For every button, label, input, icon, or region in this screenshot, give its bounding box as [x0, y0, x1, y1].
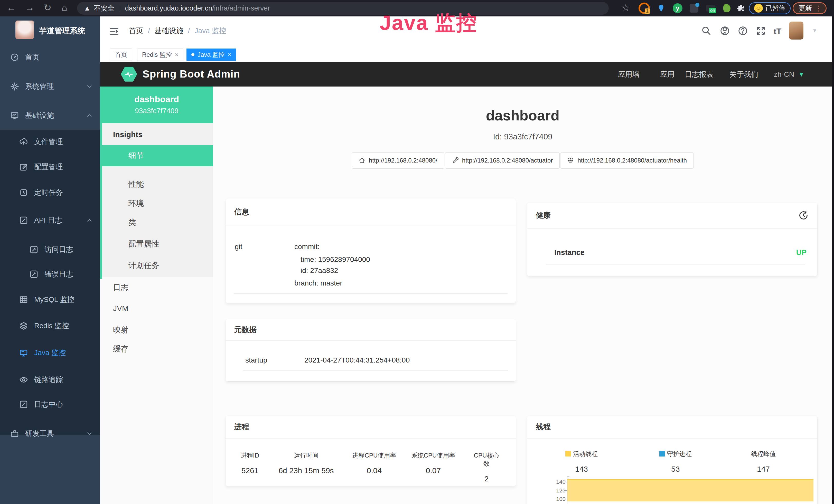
font-size-icon[interactable]: tT	[774, 27, 781, 36]
active-dot	[191, 53, 194, 56]
hamburger-icon[interactable]	[109, 26, 119, 37]
sidebar-item-scheduled-jobs[interactable]: 定时任务	[0, 184, 100, 202]
sba-menu-logs[interactable]: 日志	[100, 278, 213, 297]
live-threads-stat: 活动线程 143	[565, 450, 598, 474]
sidebar-item-config-management[interactable]: 配置管理	[0, 158, 100, 176]
card-title: 信息	[225, 199, 516, 225]
help-icon[interactable]	[738, 26, 748, 36]
menu-label: 配置属性	[128, 239, 159, 249]
sidebar-item-label: 研发工具	[25, 429, 54, 438]
tab-redis-monitor[interactable]: Redis 监控 ×	[137, 48, 183, 61]
chevron-down-icon	[86, 83, 93, 90]
extension-leaf-icon[interactable]	[721, 3, 732, 14]
nav-label: 关于我们	[729, 70, 758, 79]
sba-logo-icon[interactable]	[121, 66, 137, 83]
chevron-up-icon	[86, 217, 93, 224]
cpu-cores: CPU核心数2	[472, 451, 501, 483]
sidebar-item-error-logs[interactable]: 错误日志	[0, 265, 100, 283]
sidebar-item-dev-tools[interactable]: 研发工具	[0, 425, 100, 443]
sba-header: Spring Boot Admin 应用墙 应用 日志报表 关于我们 zh-CN…	[100, 62, 834, 87]
breadcrumb-home[interactable]: 首页	[129, 26, 143, 36]
log-edit-icon	[19, 400, 28, 409]
axis-cap	[567, 477, 569, 477]
process-card: 进程 进程ID5261 运行时间6d 23h 15m 59s 进程CPU使用率0…	[225, 416, 516, 486]
fullscreen-icon[interactable]	[756, 26, 766, 36]
sidebar-item-api-logs[interactable]: API 日志	[0, 211, 100, 229]
sba-brand[interactable]: Spring Boot Admin	[142, 68, 240, 80]
browser-back-icon[interactable]: ←	[7, 2, 16, 13]
extension-grid-icon[interactable]	[688, 3, 700, 14]
extension-on-icon[interactable]: on	[705, 3, 716, 14]
sba-locale-select[interactable]: zh-CN ▼	[774, 62, 805, 87]
sba-menu-config-props[interactable]: 配置属性	[100, 234, 213, 253]
app-title: 芋道管理系统	[39, 26, 85, 36]
sba-menu-environment[interactable]: 环境	[100, 194, 213, 213]
sba-menu-metrics[interactable]: 性能	[100, 175, 213, 194]
sidebar-item-label: API 日志	[34, 215, 62, 225]
sidebar-item-infrastructure[interactable]: 基础设施	[0, 107, 100, 124]
edit-icon	[19, 162, 28, 171]
tab-java-monitor[interactable]: Java 监控 ×	[186, 48, 236, 61]
sba-menu-mappings[interactable]: 映射	[100, 320, 213, 339]
sba-nav-applications[interactable]: 应用	[660, 62, 675, 87]
caret-down-icon[interactable]: ▼	[812, 28, 817, 33]
dashboard-icon	[10, 53, 19, 62]
close-icon[interactable]: ×	[227, 51, 231, 58]
management-url-button[interactable]: http://192.168.0.2:48080/actuator	[445, 152, 560, 169]
sidebar-item-java-monitor[interactable]: Java 监控	[0, 344, 100, 362]
home-icon	[358, 157, 365, 164]
sba-menu-scheduled-tasks[interactable]: 计划任务	[100, 256, 213, 275]
paused-label: 已暂停	[765, 4, 786, 13]
sba-instance-header[interactable]: dashboard 93a3fc7f7409	[100, 87, 213, 123]
search-icon[interactable]	[701, 26, 711, 36]
tab-home[interactable]: 首页	[110, 48, 132, 61]
sba-nav-about[interactable]: 关于我们	[729, 62, 758, 87]
browser-reload-icon[interactable]: ↻	[44, 2, 51, 13]
user-avatar[interactable]	[789, 22, 804, 40]
info-commit-id: id: 27aa832	[301, 267, 338, 275]
sidebar-item-redis-monitor[interactable]: Redis 监控	[0, 317, 100, 335]
address-bar[interactable]: ▲ 不安全 dashboard.yudao.iocoder.cn/infra/a…	[77, 2, 609, 15]
extension-y-icon[interactable]: y	[672, 3, 683, 14]
sidebar-item-access-logs[interactable]: 访问日志	[0, 240, 100, 258]
profile-paused-badge[interactable]: ☺ 已暂停	[749, 2, 791, 14]
service-url-button[interactable]: http://192.168.0.2:48080/	[352, 152, 444, 169]
management-url: http://192.168.0.2:48080/actuator	[462, 157, 553, 164]
sidebar-item-file-management[interactable]: 文件管理	[0, 133, 100, 151]
instance-name: dashboard	[100, 94, 213, 104]
url-host: dashboard.yudao.iocoder.cn	[125, 4, 212, 12]
info-commit: commit:	[294, 243, 320, 251]
sidebar-item-tracing[interactable]: 链路追踪	[0, 371, 100, 389]
sidebar-item-home[interactable]: 首页	[0, 48, 100, 66]
breadcrumb-infrastructure[interactable]: 基础设施	[155, 26, 183, 36]
extension-pin-icon[interactable]	[656, 3, 667, 14]
instance-links: http://192.168.0.2:48080/ http://192.168…	[213, 152, 832, 169]
bookmark-star-icon[interactable]: ☆	[621, 2, 630, 13]
sidebar-item-label: 系统管理	[25, 82, 54, 91]
browser-update-button[interactable]: 更新 ⋮	[793, 2, 827, 14]
legend-blue-swatch	[659, 451, 665, 457]
sidebar-item-label: 配置管理	[34, 162, 63, 172]
sidebar-item-log-center[interactable]: 日志中心	[0, 395, 100, 413]
sba-menu-caches[interactable]: 缓存	[100, 339, 213, 359]
history-icon[interactable]	[798, 210, 809, 221]
sba-nav-journal[interactable]: 日志报表	[685, 62, 714, 87]
github-icon[interactable]	[720, 26, 730, 36]
browser-home-icon[interactable]: ⌂	[62, 2, 67, 13]
extensions-puzzle-icon[interactable]	[735, 3, 746, 14]
instance-id-line: Id: 93a3fc7f7409	[213, 132, 832, 141]
sidebar-item-mysql-monitor[interactable]: MySQL 监控	[0, 291, 100, 308]
extension-refresh-icon[interactable]: 1	[639, 3, 650, 14]
browser-menu-icon[interactable]: ⋮	[815, 4, 822, 13]
sba-menu-details[interactable]: 细节	[100, 145, 213, 166]
sidebar-item-system[interactable]: 系统管理	[0, 77, 100, 95]
close-icon[interactable]: ×	[175, 51, 178, 58]
security-label[interactable]: 不安全	[94, 4, 114, 13]
tick-mark	[564, 490, 567, 491]
browser-forward-icon[interactable]: →	[25, 2, 35, 13]
sba-menu-classes[interactable]: 类	[100, 213, 213, 232]
health-url-button[interactable]: http://192.168.0.2:48080/actuator/health	[560, 152, 694, 169]
gear-icon	[10, 82, 19, 91]
sba-nav-wall[interactable]: 应用墙	[618, 62, 640, 87]
sba-menu-jvm[interactable]: JVM	[100, 299, 213, 318]
